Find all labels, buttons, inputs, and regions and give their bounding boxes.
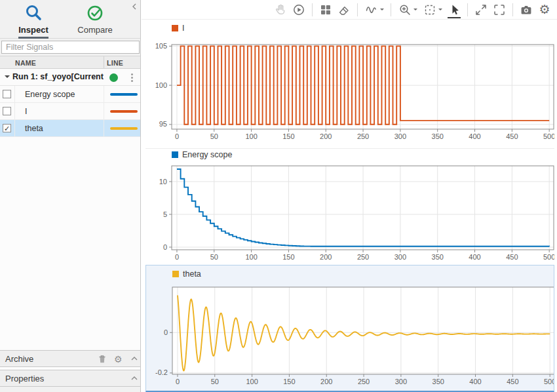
- legend-swatch: [172, 151, 178, 158]
- signal-checkbox[interactable]: [3, 90, 11, 98]
- replay-play-icon: [292, 3, 305, 16]
- y-tick-label: 95: [159, 120, 167, 128]
- x-tick-label: 450: [507, 378, 518, 385]
- legend-swatch: [172, 271, 179, 277]
- archive-label: Archive: [5, 354, 33, 364]
- tab-inspect[interactable]: Inspect: [5, 3, 62, 39]
- x-tick-label: 500: [543, 132, 554, 140]
- tab-compare[interactable]: Compare: [67, 3, 123, 37]
- dropdown-caret-icon: [413, 9, 417, 12]
- x-tick-label: 400: [469, 132, 480, 140]
- x-tick-label: 150: [283, 378, 295, 385]
- x-tick-label: 400: [469, 253, 480, 261]
- run-label: Run 1: sf_yoyo[Current: [12, 72, 106, 81]
- gear-icon: ⚙: [539, 3, 550, 16]
- column-name: NAME: [15, 59, 36, 67]
- run-menu-kebab-icon[interactable]: [131, 77, 133, 79]
- signal-line-swatch: [110, 110, 138, 113]
- x-tick-label: 200: [320, 132, 332, 140]
- fit-to-view-icon: [423, 3, 436, 16]
- plot-energy-scope[interactable]: 0501001502002503003504004505000510Energy…: [145, 148, 554, 265]
- x-tick-label: 350: [432, 378, 444, 385]
- signals-menu-button[interactable]: [362, 1, 386, 18]
- x-tick-label: 300: [394, 132, 406, 140]
- eraser-icon: [337, 3, 351, 16]
- zoom-in-button[interactable]: [396, 1, 419, 18]
- settings-button[interactable]: ⚙: [536, 1, 553, 18]
- x-tick-label: 200: [320, 378, 332, 385]
- tab-compare-label: Compare: [77, 25, 112, 37]
- signal-line-swatch: [110, 93, 138, 96]
- signal-row-i[interactable]: I: [0, 103, 140, 120]
- properties-label: Properties: [5, 374, 44, 383]
- plot-toolbar: ⚙: [142, 0, 557, 20]
- x-tick-label: 300: [395, 378, 407, 385]
- dropdown-caret-icon: [438, 9, 442, 12]
- plot-i[interactable]: 05010015020025030035040045050095100105I: [145, 20, 554, 148]
- x-tick-label: 350: [432, 132, 444, 140]
- inspect-magnifier-icon: [5, 3, 62, 24]
- signal-name: theta: [25, 124, 43, 133]
- chart-canvas: 05010015020025030035040045050095100105I: [145, 20, 554, 148]
- y-tick-label: 105: [155, 42, 167, 50]
- signal-name: I: [25, 107, 27, 116]
- trash-icon[interactable]: [97, 354, 107, 367]
- x-tick-label: 0: [175, 132, 179, 140]
- x-tick-label: 50: [210, 253, 218, 261]
- legend-label: Energy scope: [182, 150, 232, 159]
- properties-collapse-chevron-icon[interactable]: [130, 374, 139, 385]
- legend-swatch: [172, 25, 178, 31]
- signal-checkbox[interactable]: [3, 107, 11, 115]
- signal-checkbox[interactable]: [3, 124, 11, 132]
- y-tick-label: -0.2: [155, 368, 168, 376]
- signal-browser-panel: Inspect Compare NAME LINE Run 1: sf_yoyo…: [0, 0, 141, 392]
- compare-check-icon: [67, 3, 123, 24]
- x-tick-label: 0: [175, 253, 179, 261]
- x-tick-label: 250: [357, 253, 369, 261]
- run-row[interactable]: Run 1: sf_yoyo[Current: [0, 69, 140, 86]
- signal-line-swatch: [110, 127, 138, 130]
- hand-icon: [274, 3, 287, 16]
- legend-label: theta: [183, 269, 201, 279]
- properties-bar[interactable]: Properties: [0, 370, 140, 387]
- pointer-tool-button[interactable]: [446, 1, 463, 18]
- archive-gear-icon[interactable]: ⚙: [114, 355, 123, 364]
- expand-arrows-icon: [474, 3, 488, 16]
- fit-to-view-button[interactable]: [421, 1, 444, 18]
- signal-row-theta[interactable]: theta: [0, 120, 140, 137]
- run-status-dot: [109, 73, 118, 82]
- clear-plots-button[interactable]: [336, 1, 353, 18]
- collapse-panel-icon[interactable]: [130, 1, 138, 13]
- signal-list-empty-area: [0, 137, 140, 350]
- run-expand-triangle-icon[interactable]: [5, 75, 10, 81]
- chart-canvas: 050100150200250300350400450500-0.20theta: [146, 265, 554, 391]
- snapshot-button[interactable]: [518, 1, 535, 18]
- signal-wave-icon: [365, 3, 378, 16]
- plot-theta[interactable]: 050100150200250300350400450500-0.20theta: [145, 265, 554, 392]
- archive-bar[interactable]: Archive ⚙: [0, 350, 140, 367]
- x-tick-label: 450: [506, 132, 518, 140]
- cursor-arrow-icon: [448, 3, 461, 16]
- x-tick-label: 400: [469, 378, 481, 385]
- filter-signals-input[interactable]: [1, 41, 140, 54]
- camera-icon: [520, 3, 533, 16]
- x-tick-label: 250: [358, 378, 370, 385]
- pan-hand-button[interactable]: [272, 1, 289, 18]
- x-tick-label: 150: [282, 132, 294, 140]
- y-tick-label: 100: [155, 81, 167, 89]
- column-line: LINE: [107, 59, 123, 67]
- x-tick-label: 0: [176, 378, 180, 385]
- x-tick-label: 500: [544, 378, 554, 385]
- x-tick-label: 350: [432, 253, 444, 261]
- legend-label: I: [182, 24, 184, 33]
- fullscreen-button[interactable]: [491, 1, 508, 18]
- x-tick-label: 100: [245, 132, 257, 140]
- archive-collapse-chevron-icon[interactable]: [130, 354, 139, 366]
- x-tick-label: 100: [246, 378, 258, 385]
- expand-plot-button[interactable]: [472, 1, 490, 18]
- x-tick-label: 50: [211, 378, 219, 385]
- replay-button[interactable]: [290, 1, 307, 18]
- subplot-layout-button[interactable]: [317, 1, 334, 18]
- signal-row-energy-scope[interactable]: Energy scope: [0, 86, 140, 103]
- chart-canvas: 0501001502002503003504004505000510Energy…: [145, 149, 554, 265]
